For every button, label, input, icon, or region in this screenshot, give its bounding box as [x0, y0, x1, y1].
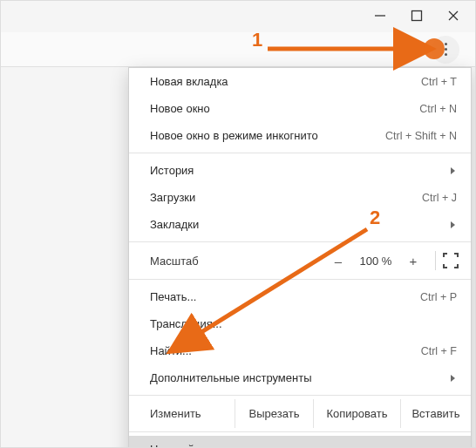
menu-item-downloads[interactable]: Загрузки Ctrl + J [129, 184, 471, 211]
menu-shortcut: Ctrl + Shift + N [385, 130, 457, 142]
minimize-button[interactable] [372, 8, 388, 24]
svg-rect-1 [412, 11, 422, 21]
menu-label: История [150, 164, 194, 177]
menu-label: Печать... [150, 290, 196, 303]
fullscreen-button[interactable] [445, 255, 457, 267]
menu-shortcut: Ctrl + T [421, 76, 457, 88]
menu-item-more-tools[interactable]: Дополнительные инструменты [129, 364, 471, 391]
zoom-label: Масштаб [150, 255, 327, 268]
menu-item-bookmarks[interactable]: Закладки [129, 211, 471, 238]
menu-label: Трансляция... [150, 317, 222, 330]
menu-shortcut: Ctrl + F [421, 345, 457, 357]
edit-paste-button[interactable]: Вставить [401, 399, 471, 428]
edit-label: Изменить [129, 399, 235, 428]
window-titlebar [1, 1, 475, 32]
menu-label: Загрузки [150, 191, 195, 204]
menu-separator [129, 279, 471, 280]
menu-shortcut: Ctrl + P [420, 291, 457, 303]
menu-item-zoom: Масштаб – 100 % + [129, 246, 471, 275]
menu-label: Вставить [411, 407, 459, 420]
menu-separator [129, 241, 471, 242]
menu-label: Новая вкладка [150, 75, 228, 88]
menu-separator [129, 153, 471, 153]
menu-item-print[interactable]: Печать... Ctrl + P [129, 283, 471, 310]
menu-separator [129, 431, 471, 432]
kebab-icon [445, 43, 447, 56]
menu-label: Новое окно в режиме инкогнито [150, 129, 318, 142]
menu-item-cast[interactable]: Трансляция... [129, 310, 471, 337]
menu-item-incognito[interactable]: Новое окно в режиме инкогнито Ctrl + Shi… [129, 122, 471, 149]
menu-shortcut: Ctrl + N [419, 103, 457, 115]
edit-cut-button[interactable]: Вырезать [235, 399, 314, 428]
chevron-right-icon [451, 221, 455, 228]
menu-label: Новое окно [150, 102, 210, 115]
edit-copy-button[interactable]: Копировать [314, 399, 401, 428]
chevron-right-icon [451, 375, 455, 382]
menu-item-settings[interactable]: Настройки [129, 436, 471, 448]
menu-item-edit: Изменить Вырезать Копировать Вставить [129, 399, 471, 428]
chevron-right-icon [451, 167, 455, 174]
menu-button[interactable] [432, 36, 459, 64]
divider [435, 251, 436, 270]
menu-label: Дополнительные инструменты [150, 371, 312, 384]
zoom-in-button[interactable]: + [402, 249, 425, 272]
menu-label: Настройки [150, 443, 206, 448]
menu-label: Закладки [150, 218, 199, 231]
main-menu: Новая вкладка Ctrl + T Новое окно Ctrl +… [128, 67, 472, 448]
browser-toolbar [1, 32, 475, 67]
close-button[interactable] [445, 8, 461, 24]
maximize-button[interactable] [409, 8, 425, 24]
menu-item-new-tab[interactable]: Новая вкладка Ctrl + T [129, 68, 471, 95]
menu-item-new-window[interactable]: Новое окно Ctrl + N [129, 95, 471, 122]
zoom-out-button[interactable]: – [327, 249, 350, 272]
menu-item-history[interactable]: История [129, 157, 471, 184]
menu-separator [129, 395, 471, 396]
menu-label: Копировать [327, 407, 388, 420]
menu-shortcut: Ctrl + J [422, 192, 457, 204]
menu-label: Найти... [150, 344, 192, 357]
menu-item-find[interactable]: Найти... Ctrl + F [129, 337, 471, 364]
menu-label: Изменить [150, 407, 201, 420]
zoom-value: 100 % [355, 255, 397, 268]
menu-label: Вырезать [249, 407, 300, 420]
